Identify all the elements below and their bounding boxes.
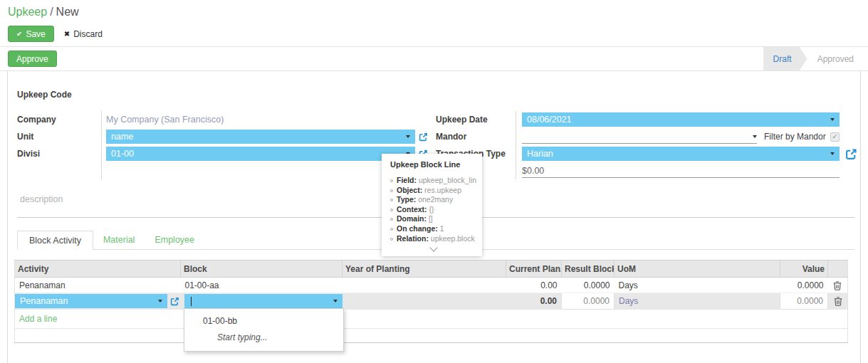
delete-row-icon[interactable] (833, 280, 842, 290)
empty-field-row (17, 162, 419, 179)
col-header-actions (828, 261, 848, 278)
block-autocomplete-dropdown: 01-00-bb Start typing... (184, 308, 344, 352)
external-link-icon[interactable] (170, 297, 179, 306)
tab-material[interactable]: Material (93, 230, 145, 249)
tab-block-activity[interactable]: Block Activity (17, 231, 93, 250)
checkbox-check-icon: ✓ (832, 133, 837, 140)
unit-value: name (111, 132, 133, 142)
tooltip-title: Upkeep Block Line (390, 160, 476, 169)
tooltip-item: Relation: upkeep.block (390, 234, 476, 244)
chevron-down-icon[interactable] (406, 135, 410, 138)
amount-value: $0.00 (522, 166, 544, 176)
filter-by-mandor-label: Filter by Mandor (764, 132, 826, 142)
breadcrumb-parent-link[interactable]: Upkeep (8, 6, 47, 18)
activity-edit-value: Penanaman (20, 296, 68, 306)
table-header-row: Activity Block Year of Planting Current … (15, 261, 848, 278)
bullet-circle-icon (390, 179, 393, 182)
field-debug-tooltip: Upkeep Block Line Field: upkeep_block_li… (382, 154, 482, 256)
company-label: Company (17, 111, 102, 128)
odoo-form-view: Upkeep/New ✔ Save ✖ Discard Approve Draf… (0, 0, 868, 363)
chevron-down-icon[interactable] (333, 300, 338, 302)
unit-input[interactable]: name (106, 130, 415, 144)
upkeep-code-label: Upkeep Code (17, 90, 854, 100)
delete-row-icon[interactable] (834, 296, 842, 306)
tooltip-item: Context: {} (390, 205, 476, 215)
divisi-value: 01-00 (111, 149, 134, 159)
status-steps: Draft Approved (763, 47, 864, 70)
company-value[interactable]: My Company (San Francisco) (106, 115, 224, 125)
transaction-type-field-row: Transaction Type Harian (419, 145, 858, 162)
chevron-down-icon[interactable] (158, 300, 162, 302)
mandor-input[interactable] (522, 130, 757, 144)
cell-value[interactable]: 0.0000 (780, 278, 828, 293)
tooltip-item: On change: 1 (390, 224, 476, 234)
transaction-type-value: Harian (527, 149, 553, 159)
col-header-current-plan[interactable]: Current Plan... (506, 261, 562, 278)
cell-year-of-planting[interactable] (343, 278, 506, 293)
uom-link[interactable]: Days (619, 296, 638, 306)
discard-button-label: Discard (73, 29, 103, 39)
filter-by-mandor-checkbox[interactable]: ✓ (830, 132, 840, 142)
table-row-editing[interactable]: Penanaman (15, 293, 848, 310)
tooltip-item: Field: upkeep_block_line (390, 176, 476, 186)
cell-year-of-planting[interactable] (343, 293, 506, 310)
status-step-draft[interactable]: Draft (763, 47, 807, 70)
col-header-uom[interactable]: UoM (615, 261, 780, 278)
dropdown-option[interactable]: 01-00-bb (184, 311, 343, 330)
mandor-field-row: Mandor Filter by Mandor ✓ (419, 128, 858, 145)
col-header-block[interactable]: Block (181, 261, 343, 278)
breadcrumb-separator: / (47, 6, 56, 18)
upkeep-date-field-row: Upkeep Date 08/06/2021 (419, 111, 858, 128)
bullet-circle-icon (390, 189, 393, 192)
external-link-icon[interactable] (419, 132, 428, 142)
table-empty-row (15, 329, 848, 343)
bullet-circle-icon (390, 228, 393, 231)
form-action-bar: ✔ Save ✖ Discard (8, 26, 868, 42)
mandor-label: Mandor (433, 128, 516, 145)
chevron-down-icon (429, 243, 437, 251)
add-a-line-row: Add a line (15, 310, 848, 329)
tooltip-item: Object: res.upkeep (390, 186, 476, 196)
discard-button[interactable]: ✖ Discard (64, 29, 103, 39)
status-step-approved[interactable]: Approved (807, 47, 864, 70)
col-header-year-of-planting[interactable]: Year of Planting (343, 261, 506, 278)
cell-result-block[interactable]: 0.0000 (562, 278, 615, 293)
block-edit-input[interactable] (184, 294, 343, 308)
upkeep-date-label: Upkeep Date (433, 111, 516, 128)
breadcrumb-current: New (56, 6, 79, 18)
chevron-down-icon[interactable] (830, 152, 835, 155)
cell-block[interactable]: 01-00-aa (181, 278, 343, 293)
bullet-circle-icon (390, 209, 393, 211)
approve-button[interactable]: Approve (8, 51, 57, 67)
value-edit-input[interactable]: 0.0000 (780, 293, 828, 310)
bullet-circle-icon (390, 238, 393, 241)
bullet-circle-icon (390, 199, 393, 201)
amount-field-row: $0.00 (419, 162, 858, 179)
add-a-line-link[interactable]: Add a line (15, 310, 848, 329)
chevron-down-icon[interactable] (830, 118, 835, 121)
result-block-edit-input[interactable]: 0.0000 (562, 293, 615, 310)
cell-current-plan: 0.00 (506, 293, 562, 310)
amount-input[interactable]: $0.00 (522, 164, 840, 178)
cell-activity[interactable]: Penanaman (15, 278, 181, 293)
cell-uom[interactable]: Days (615, 278, 780, 293)
transaction-type-external-link-icon[interactable] (845, 148, 857, 160)
divisi-label: Divisi (17, 145, 102, 162)
chevron-down-icon[interactable] (753, 135, 757, 138)
transaction-type-input[interactable]: Harian (522, 147, 840, 161)
cell-current-plan[interactable]: 0.00 (506, 278, 562, 293)
table-row[interactable]: Penanaman 01-00-aa 0.00 0.0000 Days 0.00… (15, 278, 848, 293)
upkeep-date-value: 08/06/2021 (527, 115, 572, 125)
tooltip-item: Type: one2many (390, 195, 476, 205)
col-header-result-block[interactable]: Result Block... (562, 261, 615, 278)
dropdown-start-typing-hint[interactable]: Start typing... (184, 330, 343, 347)
save-button[interactable]: ✔ Save (8, 26, 54, 42)
divisi-input[interactable]: 01-00 (106, 147, 415, 161)
tooltip-list: Field: upkeep_block_line Object: res.upk… (390, 176, 476, 243)
activity-edit-input[interactable]: Penanaman (15, 294, 167, 308)
col-header-value[interactable]: Value (780, 261, 828, 278)
unit-label: Unit (17, 128, 102, 145)
upkeep-date-input[interactable]: 08/06/2021 (522, 112, 840, 127)
col-header-activity[interactable]: Activity (15, 261, 181, 278)
tab-employee[interactable]: Employee (145, 230, 204, 249)
